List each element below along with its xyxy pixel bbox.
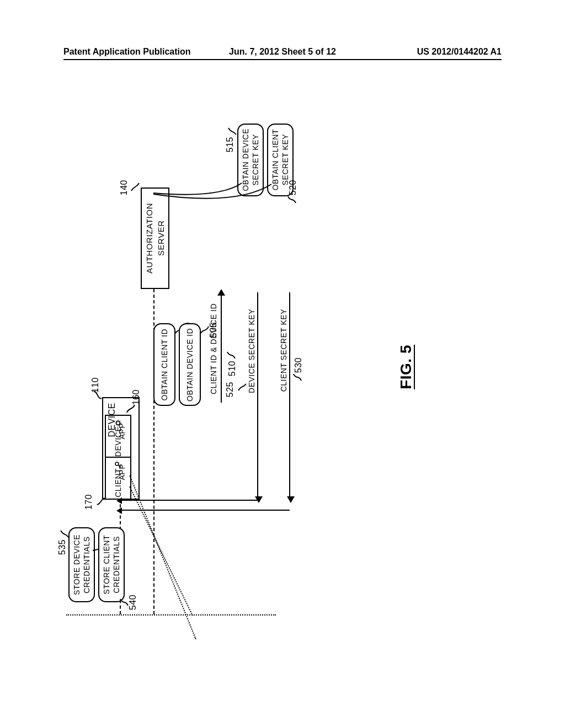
bubble-obtain-device-id-text: OBTAIN DEVICE ID <box>185 328 194 402</box>
ref-530: 530 <box>294 357 303 373</box>
page: Patent Application Publication Jun. 7, 2… <box>0 0 565 728</box>
ref-535: 535 <box>57 539 67 555</box>
client-app-ref-squiggle <box>96 496 106 506</box>
header-right: US 2012/0144202 A1 <box>417 47 502 57</box>
ref-515-squiggle <box>227 127 237 137</box>
bubble-store-device-cred: STORE DEVICE CREDENTIALS <box>68 527 95 602</box>
device-app-box: DEVICE APP <box>105 415 131 458</box>
device-ref: 110 <box>90 377 100 393</box>
client-app-box: CLIENT APP <box>105 457 131 500</box>
msg-device-secret-key <box>257 292 258 500</box>
ref-510-squiggle <box>226 351 236 361</box>
msg-530-horizontal <box>121 510 290 511</box>
msg-525-horizontal <box>121 500 258 501</box>
client-app-ref: 170 <box>84 494 94 510</box>
client-app-label-2: APP <box>118 464 126 480</box>
bubble-obtain-client-secret-l1: OBTAIN CLIENT <box>271 129 280 190</box>
msg-client-device-id-label: CLIENT ID & DEVICE ID <box>210 303 218 394</box>
bubble-obtain-device-secret-l2: SECRET KEY <box>251 129 260 191</box>
ref-540: 540 <box>128 595 138 610</box>
auth-server-label-2: SERVER <box>156 203 166 274</box>
bubble-store-client-cred-l2: CREDENTIALS <box>112 535 121 595</box>
bubble-obtain-client-id: OBTAIN CLIENT ID <box>153 323 175 406</box>
device-app-label-2: APP <box>118 423 126 440</box>
msg-client-secret-key <box>289 292 290 500</box>
bubble-obtain-device-id: OBTAIN DEVICE ID <box>179 323 201 406</box>
bubble-obtain-client-id-text: OBTAIN CLIENT ID <box>160 329 169 400</box>
ref-515: 515 <box>225 137 235 152</box>
ref-530-squiggle <box>292 373 302 383</box>
bubble-store-client-cred-l1: STORE CLIENT <box>102 535 111 595</box>
ref-510: 510 <box>227 361 237 376</box>
ref-525: 525 <box>225 382 235 397</box>
auth-server-label-1: AUTHORIZATION <box>145 203 154 274</box>
auth-server-ref-squiggle <box>130 182 140 192</box>
device-app-ref: 160 <box>131 389 141 405</box>
page-header: Patent Application Publication Jun. 7, 2… <box>63 47 502 60</box>
msg-client-secret-key-label: CLIENT SECRET KEY <box>279 309 288 392</box>
figure-caption: FIG. 5 <box>397 345 415 389</box>
client-projection-2 <box>129 486 193 616</box>
ref-520-squiggle <box>287 195 297 205</box>
client-projection-3 <box>66 614 276 615</box>
auth-server-ref: 140 <box>119 180 129 195</box>
msg-device-secret-key-label: DEVICE SECRET KEY <box>247 309 256 393</box>
ref-520: 520 <box>288 180 298 195</box>
bubble-store-client-cred: STORE CLIENT CREDENTIALS <box>98 527 125 602</box>
bubble-store-device-cred-l1: STORE DEVICE <box>72 534 81 595</box>
device-app-ref-squiggle <box>126 404 136 414</box>
ref-525-squiggle <box>237 383 247 393</box>
ref-535-squiggle <box>60 529 70 539</box>
bubble-store-device-cred-l2: CREDENTIALS <box>82 534 91 595</box>
